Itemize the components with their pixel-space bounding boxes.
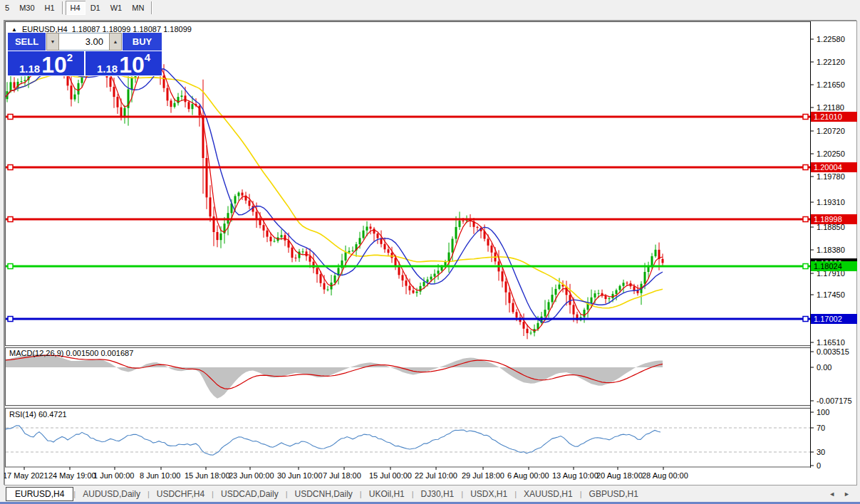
collapse-triangle-icon[interactable]: ▲ xyxy=(11,26,17,33)
time-axis-label: 23 Jun 00:00 xyxy=(229,471,274,480)
price-tick-label: 1.18380 xyxy=(817,246,845,254)
one-click-trading-panel: SELL ▼ ▲ BUY 1.18 10 2 1.18 10 4 xyxy=(8,33,162,76)
rsi-indicator-label: RSI(14) 60.4721 xyxy=(9,410,67,419)
time-axis-label: 30 Jun 10:00 xyxy=(277,471,323,480)
timeframe-toolbar: 5M30H1H4D1W1MN xyxy=(0,0,860,16)
timeframe-button-h1[interactable]: H1 xyxy=(40,1,60,15)
buy-price-display[interactable]: 1.18 10 4 xyxy=(86,51,162,75)
tab-dj30-h1[interactable]: DJ30,H1 xyxy=(414,488,462,500)
tab-ukoil-h1[interactable]: UKOil,H1 xyxy=(362,488,412,500)
time-axis-label: 13 Aug 10:00 xyxy=(552,471,599,480)
buy-price-pip: 4 xyxy=(145,52,150,63)
time-axis-label: 28 Aug 00:00 xyxy=(642,471,688,480)
sell-price-prefix: 1.18 xyxy=(19,63,40,74)
timeframe-button-d1[interactable]: D1 xyxy=(86,1,105,15)
macd-tick-label: -0.007175 xyxy=(817,397,852,405)
time-axis-label: 17 May 2021 xyxy=(4,471,48,480)
tab-eurusd-h4[interactable]: EURUSD,H4 xyxy=(6,487,73,501)
sell-button[interactable]: SELL xyxy=(8,33,46,51)
tab-scroll-left-icon[interactable]: ◄ xyxy=(829,490,835,498)
timeframe-button-h4[interactable]: H4 xyxy=(66,1,86,15)
level-marker-label: 1.17002 xyxy=(814,315,842,323)
rsi-tick-label: 100 xyxy=(817,408,829,416)
toolbar-separator xyxy=(151,1,152,14)
rsi-tick-label: 70 xyxy=(817,424,825,432)
mt4-window: 5M30H1H4D1W1MN 1.225801.221201.216501.21… xyxy=(0,0,860,504)
price-tick-label: 1.21180 xyxy=(817,103,844,112)
price-tick-label: 1.19780 xyxy=(817,172,845,181)
tab-nav: ◄ ► xyxy=(829,490,850,498)
rsi-tick-label: 30 xyxy=(817,448,825,456)
toolbar-separator xyxy=(62,1,63,14)
time-axis-label: 15 Jul 00:00 xyxy=(369,471,412,480)
symbol-tab-bar: EURUSD,H4|AUDUSD,Daily|USDCHF,H4|USDCAD,… xyxy=(0,486,860,502)
price-tick-label: 1.20720 xyxy=(817,127,845,135)
tab-usdx-h1[interactable]: USDX,H1 xyxy=(463,488,514,500)
timeframe-button-m30[interactable]: M30 xyxy=(14,1,39,15)
volume-input[interactable] xyxy=(59,33,109,51)
time-axis-label: 1 Jun 00:00 xyxy=(93,471,135,480)
chart-canvas[interactable]: 1.225801.221201.216501.211801.207201.202… xyxy=(4,21,857,485)
sell-price-display[interactable]: 1.18 10 2 xyxy=(8,51,84,75)
macd-indicator-label: MACD(12,26,9) 0.001500 0.001687 xyxy=(9,349,133,357)
level-marker-label: 1.18998 xyxy=(814,215,842,224)
tab-usdcnh-daily[interactable]: USDCNH,Daily xyxy=(288,488,360,500)
time-axis-label: 29 Jul 18:00 xyxy=(462,471,504,480)
price-tick-label: 1.16510 xyxy=(817,338,845,347)
level-marker-label: 1.20004 xyxy=(814,163,842,172)
timeframe-button-5[interactable]: 5 xyxy=(0,1,14,15)
time-axis-label: 15 Jun 18:00 xyxy=(185,471,230,480)
tab-usdcad-daily[interactable]: USDCAD,Daily xyxy=(214,488,286,500)
time-axis-label: 6 Aug 00:00 xyxy=(507,471,549,480)
buy-price-main: 10 xyxy=(119,56,145,74)
tab-gbpusd-h1[interactable]: GBPUSD,H1 xyxy=(582,488,646,500)
timeframe-button-w1[interactable]: W1 xyxy=(105,1,128,15)
volume-increase-button[interactable]: ▲ xyxy=(109,33,122,51)
buy-price-prefix: 1.18 xyxy=(97,63,118,74)
price-tick-label: 1.22120 xyxy=(817,58,845,66)
buy-button[interactable]: BUY xyxy=(123,33,162,51)
sell-price-pip: 2 xyxy=(67,52,73,63)
rsi-tick-label: 0 xyxy=(817,461,821,470)
time-axis-label: 24 May 19:00 xyxy=(48,471,96,480)
level-marker-label: 1.21010 xyxy=(814,112,842,121)
time-axis-label: 7 Jul 18:00 xyxy=(323,471,361,480)
time-axis-label: 20 Aug 18:00 xyxy=(596,471,643,480)
price-tick-label: 1.22580 xyxy=(817,35,845,43)
tab-usdchf-h4[interactable]: USDCHF,H4 xyxy=(150,488,212,500)
tab-scroll-right-icon[interactable]: ► xyxy=(844,490,850,498)
macd-tick-label: 0.003515 xyxy=(817,347,849,356)
sell-price-main: 10 xyxy=(41,56,67,74)
level-marker-label: 1.18024 xyxy=(814,262,842,271)
price-tick-label: 1.17450 xyxy=(817,290,845,299)
time-axis-label: 22 Jul 10:00 xyxy=(415,471,457,480)
volume-decrease-button[interactable]: ▼ xyxy=(46,33,59,51)
price-tick-label: 1.19310 xyxy=(817,198,845,206)
timeframe-button-mn[interactable]: MN xyxy=(127,1,149,15)
time-axis-label: 8 Jun 10:00 xyxy=(140,471,181,480)
price-tick-label: 1.20250 xyxy=(817,149,845,158)
tab-xauusd-h1[interactable]: XAUUSD,H1 xyxy=(517,488,580,500)
chart-window: 1.225801.221201.216501.211801.207201.202… xyxy=(4,20,856,485)
macd-tick-label: 0.00 xyxy=(817,363,831,372)
tab-audusd-daily[interactable]: AUDUSD,Daily xyxy=(76,488,147,500)
price-tick-label: 1.21650 xyxy=(817,80,845,89)
